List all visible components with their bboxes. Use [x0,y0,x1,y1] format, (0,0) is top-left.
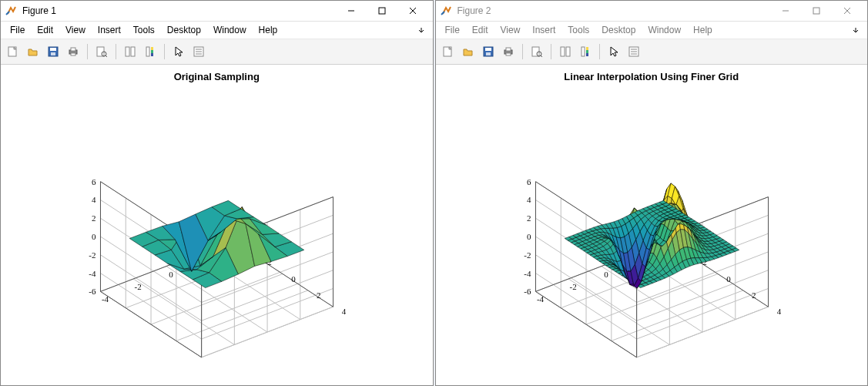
surface-plot [1,65,433,385]
svg-rect-16 [146,47,149,56]
axes-3d[interactable]: Original Sampling [1,65,433,385]
print-icon[interactable] [64,42,82,61]
menu-overflow-icon[interactable] [417,25,427,35]
close-button[interactable] [397,2,428,20]
svg-rect-43 [586,53,588,56]
menu-window[interactable]: Window [207,23,253,37]
menu-view[interactable]: View [494,23,527,37]
svg-rect-30 [485,48,491,51]
svg-rect-38 [561,47,565,56]
menu-edit[interactable]: Edit [466,23,494,37]
open-icon[interactable] [24,42,42,61]
menubar: FileEditViewInsertToolsDesktopWindowHelp [436,22,868,39]
window-controls [770,2,863,20]
open-icon[interactable] [459,42,478,61]
toolbar-separator [599,44,600,59]
toolbar-separator [87,44,88,59]
menu-insert[interactable]: Insert [526,23,561,37]
svg-line-26 [844,8,850,14]
svg-rect-17 [151,47,153,50]
menu-help[interactable]: Help [253,23,284,37]
menu-help[interactable]: Help [687,23,719,37]
save-icon[interactable] [479,42,498,61]
svg-rect-41 [586,47,588,50]
menu-file[interactable]: File [439,23,466,37]
data-cursor-icon[interactable] [189,42,208,61]
svg-rect-14 [126,47,129,56]
menu-edit[interactable]: Edit [31,23,59,37]
menu-view[interactable]: View [59,23,92,37]
menu-desktop[interactable]: Desktop [595,23,642,37]
window-title: Figure 2 [457,5,771,16]
new-figure-icon[interactable] [439,42,457,61]
data-cursor-icon[interactable] [625,42,643,61]
svg-rect-42 [586,50,588,53]
maximize-button[interactable] [367,2,397,20]
pointer-icon[interactable] [169,42,188,61]
maximize-button[interactable] [801,2,832,20]
svg-rect-34 [506,53,511,55]
svg-line-37 [541,55,542,57]
toolbar-separator [551,44,551,59]
svg-rect-31 [486,52,491,55]
svg-line-13 [106,55,107,57]
svg-line-27 [844,8,850,14]
menu-window[interactable]: Window [642,23,687,37]
toolbar-separator [522,44,523,59]
titlebar[interactable]: Figure 1 [1,1,433,22]
link-axes-icon[interactable] [556,42,575,61]
menu-file[interactable]: File [4,23,31,37]
print-preview-icon[interactable] [92,42,111,61]
svg-rect-15 [131,47,135,56]
minimize-button[interactable] [770,2,801,20]
link-axes-icon[interactable] [121,42,139,61]
svg-rect-40 [581,47,585,56]
svg-rect-33 [506,48,511,51]
toolbar-separator [116,44,116,59]
window-title: Figure 1 [22,5,336,16]
print-preview-icon[interactable] [528,42,546,61]
svg-rect-39 [566,47,570,56]
svg-rect-18 [151,50,153,53]
toolbar [436,39,868,65]
figure-window-1: Figure 1 FileEditViewInsertToolsDesktopW… [0,0,434,386]
menu-desktop[interactable]: Desktop [161,23,207,37]
print-icon[interactable] [499,42,518,61]
menu-insert[interactable]: Insert [92,23,127,37]
menubar: FileEditViewInsertToolsDesktopWindowHelp [1,22,433,39]
toolbar-separator [164,44,165,59]
svg-rect-9 [71,48,75,51]
new-figure-icon[interactable] [4,42,22,61]
toolbar [1,39,433,65]
svg-rect-6 [50,48,56,51]
close-button[interactable] [832,2,863,20]
window-controls [336,2,428,20]
svg-rect-1 [379,8,385,14]
surface-plot [436,65,868,385]
pointer-icon[interactable] [605,42,623,61]
menu-tools[interactable]: Tools [561,23,595,37]
axes-3d[interactable]: Linear Interpolation Using Finer Grid [436,65,868,385]
titlebar[interactable]: Figure 2 [436,1,868,22]
colorbar-icon[interactable] [576,42,595,61]
svg-line-2 [410,8,416,14]
svg-rect-19 [151,53,153,56]
svg-rect-25 [813,8,819,14]
svg-line-3 [410,8,416,14]
colorbar-icon[interactable] [141,42,159,61]
svg-rect-7 [51,52,55,55]
menu-overflow-icon[interactable] [852,25,861,35]
svg-rect-10 [71,53,75,55]
minimize-button[interactable] [336,2,367,20]
matlab-icon [441,5,453,17]
desktop: Figure 1 FileEditViewInsertToolsDesktopW… [0,0,868,386]
menu-tools[interactable]: Tools [127,23,161,37]
save-icon[interactable] [44,42,62,61]
matlab-icon [5,5,18,17]
figure-window-2: Figure 2 FileEditViewInsertToolsDesktopW… [435,0,869,386]
